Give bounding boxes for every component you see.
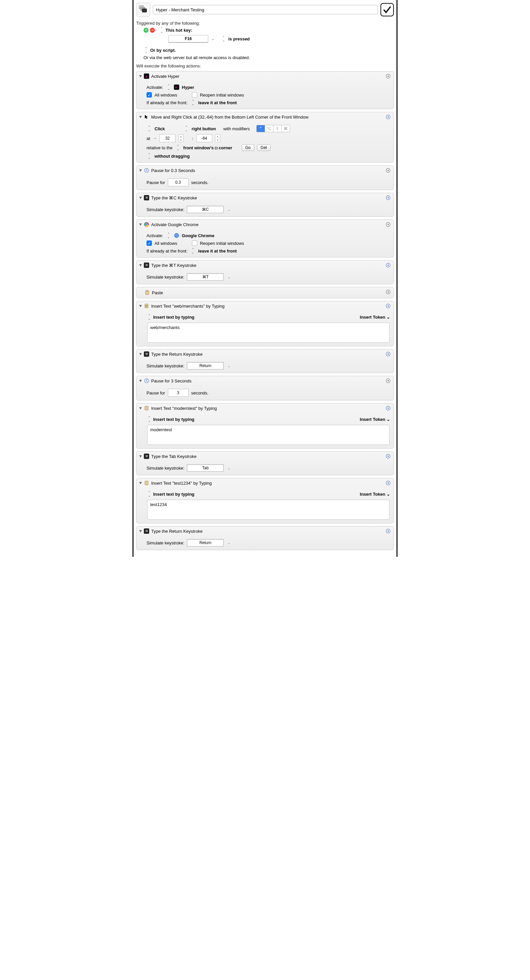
app-selector[interactable] [167, 84, 170, 90]
gear-icon[interactable] [386, 352, 391, 357]
insert-text-field[interactable]: web/merchants [147, 323, 389, 343]
clipboard-text-icon [144, 406, 149, 411]
if-front-selector[interactable] [192, 248, 194, 254]
disclosure-icon[interactable] [139, 530, 142, 533]
gear-icon[interactable] [386, 453, 391, 459]
insert-text-field[interactable]: test1234 [147, 500, 389, 520]
keystroke-history-button[interactable]: ⌄ [226, 364, 230, 368]
action-title: Insert Text "moderntest" by Typing [151, 406, 217, 411]
action-type-return-2: ⌘ Type the Return Keystroke Simulate key… [136, 526, 394, 550]
gear-icon[interactable] [386, 406, 391, 411]
insert-token-button[interactable]: Insert Token ⌄ [360, 315, 390, 320]
get-button[interactable]: Get [257, 144, 271, 151]
button-label: right button [192, 126, 216, 131]
app-selector[interactable] [167, 232, 170, 239]
action-move-right-click: Move and Right Click at (32,-64) from th… [136, 112, 394, 163]
modifier-shift-toggle[interactable]: ⇧ [273, 125, 282, 132]
modifier-command-toggle[interactable]: ⌘ [282, 125, 290, 132]
if-front-selector[interactable] [192, 100, 194, 105]
mouse-button-selector[interactable] [185, 126, 187, 132]
insert-token-button[interactable]: Insert Token ⌄ [360, 417, 390, 422]
action-title: Type the Return Keystroke [151, 352, 203, 357]
modifier-ctrl-toggle[interactable]: ⌃ [256, 125, 265, 132]
svg-point-38 [387, 456, 389, 457]
action-pause-3: Pause for 3 Seconds Pause for seconds. [136, 376, 394, 401]
keystroke-field[interactable]: Return [187, 362, 224, 369]
trigger-type-selector[interactable] [160, 27, 163, 33]
reopen-checkbox[interactable] [192, 92, 197, 97]
svg-point-19 [176, 235, 178, 237]
macro-icon[interactable] [136, 3, 150, 17]
disclosure-icon[interactable] [139, 407, 142, 409]
y-coord-stepper[interactable]: ▲▼ [215, 134, 220, 142]
hotkey-state-selector[interactable] [222, 36, 225, 42]
gear-icon[interactable] [386, 528, 391, 534]
disclosure-icon[interactable] [139, 482, 142, 484]
keystroke-field[interactable]: Return [187, 539, 224, 546]
keystroke-field[interactable]: Tab [187, 464, 224, 472]
add-trigger-button[interactable]: + [143, 28, 149, 33]
disclosure-icon[interactable] [139, 197, 142, 199]
disclosure-icon[interactable] [139, 305, 142, 307]
drag-selector[interactable] [148, 153, 151, 159]
keystroke-field[interactable]: ⌘C [187, 206, 224, 213]
gear-icon[interactable] [386, 222, 391, 227]
all-windows-checkbox[interactable]: ✓ [146, 240, 152, 246]
gear-icon[interactable] [386, 378, 391, 383]
macro-enabled-toggle[interactable] [381, 3, 394, 16]
disclosure-icon[interactable] [139, 223, 142, 226]
pause-value-input[interactable] [168, 178, 189, 186]
action-type-cmd-c: ⌘ Type the ⌘C Keystroke Simulate keystro… [136, 193, 394, 217]
insert-mode-selector[interactable] [148, 491, 151, 497]
keystroke-history-button[interactable]: ⌄ [226, 466, 230, 470]
action-title: Activate Hyper [151, 74, 179, 79]
script-trigger-selector[interactable] [145, 47, 148, 53]
keystroke-history-button[interactable]: ⌄ [226, 208, 230, 212]
macro-title-input[interactable] [153, 5, 378, 14]
remove-trigger-button[interactable]: − [150, 28, 155, 33]
disclosure-icon[interactable] [139, 264, 142, 267]
insert-text-field[interactable]: moderntest [147, 425, 389, 445]
gear-icon[interactable] [386, 195, 391, 200]
action-title: Type the Return Keystroke [151, 529, 203, 534]
insert-mode-selector[interactable] [148, 416, 151, 422]
modifier-option-toggle[interactable]: ⌥ [265, 125, 273, 132]
hotkey-field[interactable]: F16 [168, 35, 208, 43]
svg-point-6 [387, 116, 389, 118]
go-button[interactable]: Go [242, 144, 254, 151]
gear-icon[interactable] [386, 480, 391, 486]
insert-token-button[interactable]: Insert Token ⌄ [360, 492, 390, 497]
hotkey-history-button[interactable]: ⌄ [210, 37, 216, 41]
keyboard-key-icon: ⌘ [144, 262, 149, 268]
y-coord-input[interactable] [196, 134, 212, 142]
pause-value-input[interactable] [168, 389, 189, 397]
all-windows-checkbox[interactable]: ✓ [146, 92, 152, 97]
click-mode-selector[interactable] [148, 126, 151, 132]
disclosure-icon[interactable] [139, 169, 142, 172]
svg-point-41 [387, 482, 389, 484]
x-coord-stepper[interactable]: ▲▼ [178, 134, 184, 142]
svg-point-25 [387, 291, 389, 293]
relative-selector[interactable] [176, 145, 179, 151]
disclosure-icon[interactable] [139, 380, 142, 382]
keystroke-history-button[interactable]: ⌄ [226, 275, 230, 279]
reopen-checkbox[interactable] [192, 240, 197, 246]
keystroke-field[interactable]: ⌘T [187, 273, 224, 281]
insert-mode-label: Insert text by typing [153, 492, 195, 497]
insert-mode-selector[interactable] [148, 314, 151, 320]
with-modifiers-label: with modifiers [223, 126, 250, 131]
gear-icon[interactable] [386, 73, 391, 79]
disclosure-icon[interactable] [139, 116, 142, 118]
action-type-return-1: ⌘ Type the Return Keystroke Simulate key… [136, 349, 394, 373]
disclosure-icon[interactable] [139, 455, 142, 458]
disclosure-icon[interactable] [139, 353, 142, 355]
gear-icon[interactable] [386, 303, 391, 309]
gear-icon[interactable] [386, 289, 391, 294]
gear-icon[interactable] [386, 262, 391, 268]
click-label: Click [154, 126, 165, 131]
gear-icon[interactable] [386, 114, 391, 119]
gear-icon[interactable] [386, 168, 391, 173]
x-coord-input[interactable] [160, 134, 176, 142]
disclosure-icon[interactable] [139, 75, 142, 78]
keystroke-history-button[interactable]: ⌄ [226, 541, 230, 545]
